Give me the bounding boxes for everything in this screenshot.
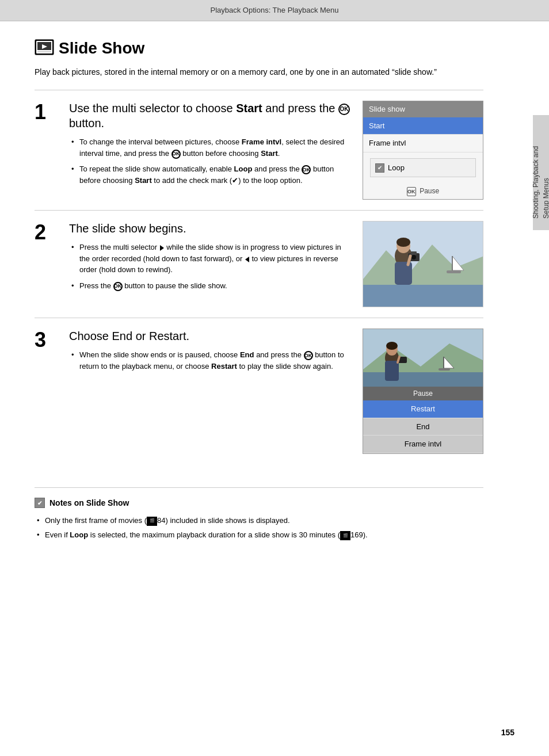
menu-1-loop: ✔ Loop	[370, 158, 476, 178]
notes-list: Only the first frame of movies (🎬84) inc…	[35, 515, 483, 541]
loop-checkbox: ✔	[375, 163, 384, 173]
step-3-menu: Pause Restart End Frame intvl	[363, 329, 483, 454]
step-3-row: 3 Choose End or Restart. When the slide …	[35, 318, 483, 464]
note-1: Only the first frame of movies (🎬84) inc…	[35, 515, 483, 526]
step-1-content: Use the multi selector to choose Start a…	[69, 101, 351, 190]
step-2-number: 2	[35, 222, 52, 243]
svg-point-14	[411, 255, 416, 259]
menu-3-restart: Restart	[363, 400, 483, 418]
step-1-bullet-2: To repeat the slide show automatically, …	[69, 163, 351, 186]
step-3-heading: Choose End or Restart.	[69, 329, 351, 343]
menu-3-overlay: Pause Restart End Frame intvl	[363, 387, 483, 453]
notes-icon: ✔	[35, 498, 45, 508]
main-title: Slide Show	[59, 39, 144, 58]
step-1-heading: Use the multi selector to choose Start a…	[69, 101, 351, 131]
step-2-illustration	[363, 221, 483, 307]
svg-rect-11	[395, 262, 412, 285]
step-2-row: 2 The slide show begins. Press the multi…	[35, 210, 483, 318]
notes-title: ✔ Notes on Slide Show	[35, 497, 483, 509]
svg-rect-3	[37, 51, 51, 52]
right-arrow-icon	[160, 245, 164, 251]
intro-paragraph: Play back pictures, stored in the intern…	[35, 66, 483, 78]
page-number: 155	[501, 727, 514, 739]
ok-icon-sm-3: OK	[113, 282, 123, 291]
step-3-bullet-1: When the slide show ends or is paused, c…	[69, 349, 351, 372]
menu-1-start: Start	[363, 117, 483, 135]
step-2-bullet-2: Press the OK button to pause the slide s…	[69, 280, 351, 292]
note-2: Even if Loop is selected, the maximum pl…	[35, 529, 483, 541]
sidebar-label: Shooting, Playback and Setup Menus	[533, 115, 549, 230]
ok-button-icon-1: OK	[338, 104, 350, 115]
menu-3-end: End	[363, 418, 483, 436]
svg-rect-18	[447, 270, 461, 273]
svg-rect-25	[385, 361, 399, 381]
svg-rect-30	[439, 368, 450, 371]
step-2-heading: The slide show begins.	[69, 221, 351, 236]
svg-point-24	[386, 342, 398, 350]
movie-icon-1: 🎬	[147, 517, 157, 526]
step-1-row: 1 Use the multi selector to choose Start…	[35, 90, 483, 210]
ok-icon-sm-4: OK	[304, 351, 313, 360]
menu-3-frame-intvl: Frame intvl	[363, 436, 483, 453]
svg-point-10	[396, 238, 410, 247]
movie-icon-2: 🎬	[340, 531, 350, 540]
svg-rect-21	[363, 372, 483, 387]
page-header: Playback Options: The Playback Menu	[0, 0, 549, 21]
step-2-bullets: Press the multi selector while the slide…	[69, 242, 351, 291]
step-1-bullets: To change the interval between pictures,…	[69, 136, 351, 186]
step-1-number: 1	[35, 102, 52, 123]
step-3-bullets: When the slide show ends or is paused, c…	[69, 349, 351, 372]
menu-1-frame-intvl: Frame intvl	[363, 135, 483, 152]
ok-icon-sm-2: OK	[302, 165, 311, 174]
main-content: Slide Show Play back pictures, stored in…	[0, 21, 518, 562]
menu-1-pause: OK Pause	[363, 183, 483, 199]
slide-show-icon	[35, 39, 54, 56]
step-1-bullet-1: To change the interval between pictures,…	[69, 136, 351, 159]
menu-1-title: Slide show	[363, 101, 483, 117]
menu-3-pause: Pause	[363, 387, 483, 400]
svg-rect-7	[363, 285, 483, 307]
step-2-content: The slide show begins. Press the multi s…	[69, 221, 351, 296]
step-3-content: Choose End or Restart. When the slide sh…	[69, 329, 351, 376]
ok-icon-sm-1: OK	[171, 150, 181, 159]
notes-section: ✔ Notes on Slide Show Only the first fra…	[35, 487, 483, 541]
step-3-number: 3	[35, 330, 52, 350]
header-title: Playback Options: The Playback Menu	[210, 6, 338, 14]
svg-rect-13	[411, 251, 417, 255]
step-1-menu: Slide show Start Frame intvl ✔ Loop OK P…	[363, 101, 483, 200]
page-title-row: Slide Show	[35, 39, 483, 58]
step-2-bullet-1: Press the multi selector while the slide…	[69, 242, 351, 276]
left-arrow-icon	[245, 257, 249, 262]
